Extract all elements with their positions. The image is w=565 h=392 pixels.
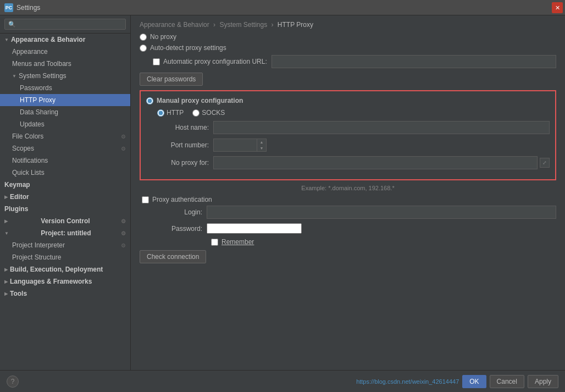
sidebar-item-tools[interactable]: Tools bbox=[0, 288, 130, 300]
manual-proxy-radio[interactable] bbox=[146, 97, 153, 104]
http-radio[interactable] bbox=[157, 109, 164, 117]
sidebar-item-keymap[interactable]: Keymap bbox=[0, 179, 130, 191]
apply-button[interactable]: Apply bbox=[528, 375, 558, 388]
port-number-label: Port number: bbox=[148, 141, 209, 149]
auto-detect-label[interactable]: Auto-detect proxy settings bbox=[150, 44, 226, 52]
sidebar-item-passwords[interactable]: Passwords bbox=[0, 82, 130, 94]
protocol-row: HTTP SOCKS bbox=[146, 109, 550, 117]
http-option: HTTP bbox=[157, 109, 184, 117]
scopes-settings-icon: ⚙ bbox=[121, 146, 126, 152]
manual-proxy-label[interactable]: Manual proxy configuration bbox=[157, 97, 243, 104]
manual-proxy-header: Manual proxy configuration bbox=[146, 97, 550, 104]
login-label: Login: bbox=[142, 208, 202, 216]
sidebar-item-version-control[interactable]: Version Control ⚙ bbox=[0, 215, 130, 227]
ok-button[interactable]: OK bbox=[462, 375, 486, 388]
manual-proxy-box: Manual proxy configuration HTTP SOCKS Ho bbox=[140, 90, 556, 180]
no-proxy-label[interactable]: No proxy bbox=[150, 33, 176, 41]
project-settings-icon: ⚙ bbox=[121, 230, 126, 236]
sidebar-item-appearance[interactable]: Appearance bbox=[0, 46, 130, 58]
no-proxy-for-wrap: ⤢ bbox=[213, 156, 550, 169]
cancel-button[interactable]: Cancel bbox=[490, 375, 524, 388]
port-spinner: ▲ ▼ bbox=[257, 139, 267, 152]
remember-checkbox[interactable] bbox=[211, 239, 218, 246]
window-title: Settings bbox=[16, 4, 40, 12]
socks-label[interactable]: SOCKS bbox=[202, 109, 225, 117]
port-number-row: Port number: ▲ ▼ bbox=[146, 139, 550, 152]
version-control-settings-icon: ⚙ bbox=[121, 218, 126, 224]
socks-option: SOCKS bbox=[192, 109, 225, 117]
main-container: Appearance & Behavior Appearance Menus a… bbox=[0, 15, 565, 370]
sidebar-item-project-untitled[interactable]: Project: untitled ⚙ bbox=[0, 227, 130, 239]
auto-config-row: Automatic proxy configuration URL: bbox=[140, 55, 556, 68]
login-row: Login: bbox=[140, 206, 556, 219]
sidebar-item-file-colors[interactable]: File Colors ⚙ bbox=[0, 130, 130, 142]
host-name-input[interactable] bbox=[213, 121, 550, 134]
sidebar-item-system-settings[interactable]: System Settings bbox=[0, 70, 130, 82]
no-proxy-for-label: No proxy for: bbox=[148, 159, 209, 167]
example-text: Example: *.domain.com, 192.168.* bbox=[140, 185, 556, 191]
password-row: Password: bbox=[140, 223, 556, 234]
sidebar-item-menus-toolbars[interactable]: Menus and Toolbars bbox=[0, 58, 130, 70]
sidebar-item-notifications[interactable]: Notifications bbox=[0, 154, 130, 167]
sidebar-item-editor[interactable]: Editor bbox=[0, 191, 130, 203]
file-colors-settings-icon: ⚙ bbox=[121, 134, 126, 140]
auto-config-checkbox[interactable] bbox=[153, 58, 160, 65]
sidebar-item-data-sharing[interactable]: Data Sharing bbox=[0, 106, 130, 118]
sidebar-item-project-structure[interactable]: Project Structure bbox=[0, 251, 130, 263]
sidebar-item-updates[interactable]: Updates bbox=[0, 118, 130, 130]
sidebar-item-languages-frameworks[interactable]: Languages & Frameworks bbox=[0, 275, 130, 288]
clear-passwords-button[interactable]: Clear passwords bbox=[140, 73, 203, 86]
proxy-section: No proxy Auto-detect proxy settings Auto… bbox=[131, 33, 565, 263]
host-name-label: Host name: bbox=[148, 124, 209, 131]
proxy-auth-row: Proxy authentication bbox=[140, 196, 556, 203]
remember-row: Remember bbox=[140, 238, 556, 246]
port-input-wrap: ▲ ▼ bbox=[213, 139, 267, 152]
proxy-auth-checkbox[interactable] bbox=[142, 196, 149, 203]
port-down-button[interactable]: ▼ bbox=[257, 145, 266, 151]
titlebar: PC Settings ✕ bbox=[0, 0, 565, 15]
app-icon: PC bbox=[4, 3, 13, 12]
no-proxy-for-row: No proxy for: ⤢ bbox=[146, 156, 550, 169]
sidebar-item-scopes[interactable]: Scopes ⚙ bbox=[0, 142, 130, 154]
sidebar-item-quick-lists[interactable]: Quick Lists bbox=[0, 167, 130, 179]
password-input[interactable] bbox=[207, 223, 302, 234]
auto-detect-radio[interactable] bbox=[140, 45, 147, 52]
no-proxy-radio[interactable] bbox=[140, 34, 147, 41]
bottom-bar: ? https://blog.csdn.net/weixin_42614447 … bbox=[0, 370, 565, 392]
no-proxy-row: No proxy bbox=[140, 33, 556, 41]
sidebar-item-plugins[interactable]: Plugins bbox=[0, 203, 130, 215]
no-proxy-for-input[interactable] bbox=[213, 156, 538, 169]
help-button[interactable]: ? bbox=[7, 376, 19, 388]
sidebar-item-build-exec-deploy[interactable]: Build, Execution, Deployment bbox=[0, 263, 130, 275]
remember-label[interactable]: Remember bbox=[221, 238, 254, 246]
project-interpreter-settings-icon: ⚙ bbox=[121, 242, 126, 249]
close-button[interactable]: ✕ bbox=[552, 2, 563, 13]
sidebar-item-appearance-behavior[interactable]: Appearance & Behavior bbox=[0, 34, 130, 46]
search-input[interactable] bbox=[4, 19, 126, 30]
check-connection-container: Check connection bbox=[140, 250, 556, 263]
check-connection-button[interactable]: Check connection bbox=[140, 250, 206, 263]
bottom-url: https://blog.csdn.net/weixin_42614447 bbox=[22, 378, 459, 385]
host-name-row: Host name: bbox=[146, 121, 550, 134]
sidebar-item-project-interpreter[interactable]: Project Interpreter ⚙ bbox=[0, 239, 130, 251]
breadcrumb: Appearance & Behavior › System Settings … bbox=[131, 15, 565, 33]
no-proxy-expand-button[interactable]: ⤢ bbox=[540, 158, 550, 168]
sidebar-item-http-proxy[interactable]: HTTP Proxy bbox=[0, 94, 130, 106]
clear-passwords-container: Clear passwords bbox=[140, 73, 556, 86]
socks-radio[interactable] bbox=[192, 109, 200, 117]
sidebar-search-container bbox=[0, 15, 130, 34]
auto-detect-row: Auto-detect proxy settings bbox=[140, 44, 556, 52]
http-label[interactable]: HTTP bbox=[167, 109, 184, 117]
content-area: Appearance & Behavior › System Settings … bbox=[131, 15, 565, 370]
port-number-input[interactable] bbox=[213, 139, 257, 152]
auto-config-label[interactable]: Automatic proxy configuration URL: bbox=[163, 58, 267, 65]
auto-config-url-input[interactable] bbox=[272, 55, 556, 68]
sidebar: Appearance & Behavior Appearance Menus a… bbox=[0, 15, 131, 370]
port-up-button[interactable]: ▲ bbox=[257, 139, 266, 145]
login-input[interactable] bbox=[207, 206, 556, 219]
proxy-auth-label[interactable]: Proxy authentication bbox=[152, 196, 212, 203]
password-label: Password: bbox=[142, 225, 202, 233]
